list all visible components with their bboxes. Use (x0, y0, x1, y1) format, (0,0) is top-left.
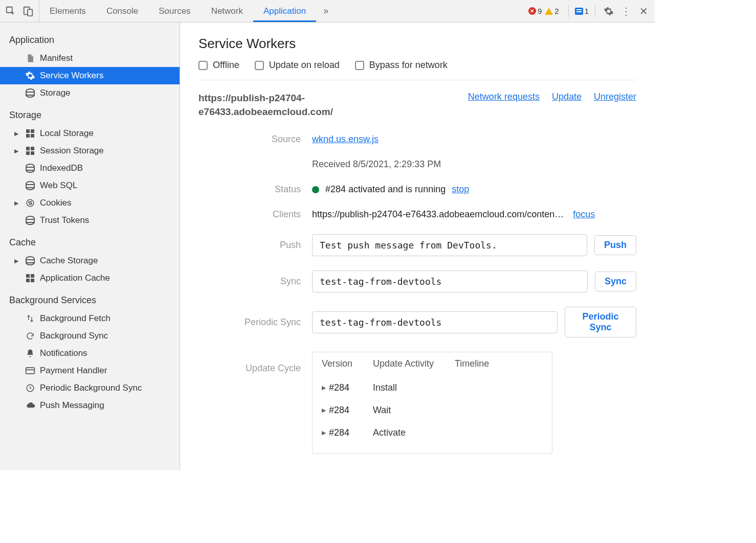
database-icon (25, 180, 36, 191)
sync-label: Sync (198, 276, 301, 287)
source-link[interactable]: wknd.us.ensw.js (312, 134, 379, 144)
periodic-sync-input[interactable] (312, 311, 558, 333)
bypass-network-checkbox[interactable]: Bypass for network (355, 60, 448, 71)
svg-point-7 (31, 203, 32, 205)
update-on-reload-checkbox[interactable]: Update on reload (255, 60, 340, 71)
database-icon (25, 163, 36, 174)
sync-icon (25, 330, 36, 342)
status-label: Status (198, 184, 301, 195)
tab-elements[interactable]: Elements (39, 0, 96, 22)
update-cycle-label: Update Cycle (198, 352, 301, 374)
section-cache: Cache (0, 229, 180, 252)
database-icon (25, 215, 36, 226)
svg-point-5 (31, 201, 32, 202)
cycle-head-version: Version (322, 358, 373, 369)
sidebar-item-websql[interactable]: Web SQL (0, 177, 180, 194)
push-label: Push (198, 240, 301, 251)
warning-count: 2 (554, 7, 559, 15)
push-input[interactable] (312, 234, 587, 256)
tab-overflow-icon[interactable]: » (316, 0, 336, 22)
section-application: Application (0, 27, 180, 50)
bell-icon (25, 348, 36, 359)
service-workers-panel: Service Workers Offline Update on reload… (180, 22, 655, 470)
chevron-right-icon: ▶ (322, 429, 326, 436)
sidebar-item-bg-fetch[interactable]: Background Fetch (0, 310, 180, 327)
network-requests-link[interactable]: Network requests (468, 92, 540, 102)
cycle-row-install[interactable]: ▶#284 Install (322, 376, 543, 399)
update-link[interactable]: Update (552, 92, 582, 102)
issues-count: 1 (585, 7, 589, 15)
warning-count-badge[interactable]: 2 (545, 7, 559, 15)
sidebar-item-session-storage[interactable]: ▶ Session Storage (0, 142, 180, 160)
clients-label: Clients (198, 209, 301, 220)
gear-icon (25, 70, 36, 81)
sidebar-item-push-messaging[interactable]: Push Messaging (0, 397, 180, 414)
focus-link[interactable]: focus (573, 209, 595, 220)
sidebar-item-service-workers[interactable]: Service Workers (0, 67, 180, 84)
chevron-right-icon: ▶ (322, 384, 326, 391)
chevron-right-icon: ▶ (322, 407, 326, 414)
sidebar-item-local-storage[interactable]: ▶ Local Storage (0, 125, 180, 142)
sidebar-item-payment-handler[interactable]: Payment Handler (0, 362, 180, 379)
sidebar-item-cookies[interactable]: ▶ Cookies (0, 194, 180, 212)
grid-icon (25, 273, 36, 284)
inspect-icon[interactable] (5, 6, 16, 17)
tab-sources[interactable]: Sources (148, 0, 201, 22)
status-text: #284 activated and is running (325, 184, 446, 195)
tab-console[interactable]: Console (96, 0, 148, 22)
grid-icon (25, 128, 36, 139)
tab-application[interactable]: Application (253, 0, 316, 22)
devtools-panel-tabs: Elements Console Sources Network Applica… (39, 0, 316, 22)
database-icon (25, 255, 36, 266)
checkbox-icon (198, 61, 208, 70)
inspect-tools (0, 0, 39, 22)
close-icon[interactable]: ✕ (636, 5, 651, 17)
svg-point-4 (29, 202, 30, 203)
svg-rect-8 (26, 368, 35, 374)
svg-rect-2 (28, 9, 32, 16)
document-icon (25, 53, 36, 64)
card-icon (25, 365, 36, 376)
periodic-sync-label: Periodic Sync (198, 317, 301, 328)
settings-icon[interactable] (602, 6, 616, 16)
sidebar-item-manifest[interactable]: Manifest (0, 50, 180, 67)
update-cycle-table: Version Update Activity Timeline ▶#284 I… (312, 352, 552, 454)
error-count-badge[interactable]: ✕ 9 (528, 7, 542, 15)
error-icon: ✕ (528, 7, 536, 15)
cycle-row-wait[interactable]: ▶#284 Wait (322, 399, 543, 421)
sidebar-item-storage[interactable]: Storage (0, 84, 180, 102)
cloud-icon (25, 400, 36, 411)
push-button[interactable]: Push (594, 235, 636, 255)
more-icon[interactable]: ⋮ (619, 5, 633, 17)
section-background-services: Background Services (0, 287, 180, 310)
warning-icon (545, 8, 553, 15)
svg-point-3 (27, 199, 34, 207)
sidebar-item-bg-sync[interactable]: Background Sync (0, 327, 180, 345)
cookie-icon (25, 197, 36, 209)
devtools-toolbar-right: ✕ 9 2 1 ⋮ ✕ (525, 0, 655, 22)
periodic-sync-button[interactable]: Periodic Sync (565, 307, 636, 337)
sidebar-item-periodic-sync[interactable]: Periodic Background Sync (0, 379, 180, 397)
sidebar-item-cache-storage[interactable]: ▶ Cache Storage (0, 252, 180, 269)
sync-input[interactable] (312, 270, 588, 292)
issues-badge[interactable]: 1 (575, 7, 589, 15)
sidebar-item-indexeddb[interactable]: IndexedDB (0, 160, 180, 177)
sidebar-item-trust-tokens[interactable]: Trust Tokens (0, 212, 180, 229)
application-sidebar: Application Manifest Service Workers Sto… (0, 22, 180, 470)
sync-button[interactable]: Sync (595, 272, 636, 291)
sidebar-item-application-cache[interactable]: Application Cache (0, 269, 180, 287)
devtools-tabstrip: Elements Console Sources Network Applica… (0, 0, 655, 22)
unregister-link[interactable]: Unregister (594, 92, 636, 102)
device-toggle-icon[interactable] (23, 6, 34, 17)
client-url: https://publish-p24704-e76433.adobeaemcl… (312, 209, 564, 220)
tab-network[interactable]: Network (201, 0, 253, 22)
offline-checkbox[interactable]: Offline (198, 60, 239, 71)
cycle-row-activate[interactable]: ▶#284 Activate (322, 421, 543, 444)
cycle-head-timeline: Timeline (455, 358, 537, 369)
clock-icon (25, 382, 36, 394)
section-storage: Storage (0, 102, 180, 125)
stop-link[interactable]: stop (452, 184, 469, 195)
sidebar-item-notifications[interactable]: Notifications (0, 345, 180, 362)
transfer-icon (25, 313, 36, 324)
status-dot-icon (312, 186, 319, 193)
